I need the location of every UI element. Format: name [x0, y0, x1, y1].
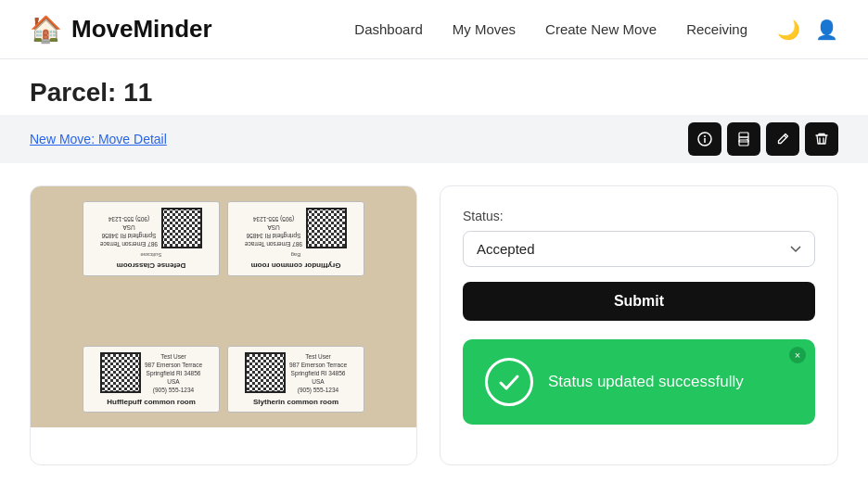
toast-close-button[interactable]: × [789, 347, 806, 363]
toast-message: Status updated successfully [548, 373, 744, 391]
label-gryffindor-sub: Bag [291, 252, 301, 258]
label-defense-address: 987 Emerson Terrace Springfield RI 34856… [100, 215, 158, 248]
info-icon [697, 132, 712, 146]
nav-dashboard[interactable]: Dashboard [354, 21, 422, 37]
status-label: Status: [463, 209, 815, 223]
status-select[interactable]: Pending Accepted In Transit Delivered Re… [463, 231, 815, 267]
qr-code-1 [161, 208, 202, 248]
trash-icon [814, 132, 829, 146]
print-button[interactable] [727, 122, 760, 156]
label-gryffindor-address: 987 Emerson Terrace Springfield RI 34856… [245, 215, 302, 248]
image-card-body [31, 427, 416, 464]
label-slytherin: Test User 987 Emerson Terrace Springfiel… [227, 346, 364, 413]
qr-code-4 [245, 352, 286, 393]
svg-point-5 [747, 139, 748, 141]
svg-rect-4 [739, 140, 748, 146]
success-toast: × Status updated successfully [463, 339, 815, 425]
label-hufflepuff: Test User 987 Emerson Terrace Springfiel… [83, 346, 220, 413]
header-icons: 🌙 👤 [777, 19, 838, 41]
svg-point-2 [704, 135, 706, 137]
label-defense-title: Defense Classroom [117, 261, 186, 270]
label-row-bottom: Test User 987 Emerson Terrace Springfiel… [83, 346, 364, 413]
parcel-image-card: Defense Classroom Suitcase 987 Emerson T… [30, 185, 417, 465]
page-title: Parcel: 11 [0, 59, 868, 115]
action-buttons [688, 122, 838, 156]
label-defense-sub: Suitcase [141, 252, 162, 258]
breadcrumb-link[interactable]: New Move: Move Detail [30, 132, 167, 146]
label-gryffindor-title: Gryffindor common room [251, 261, 341, 270]
app-header: 🏠 MoveMinder Dashboard My Moves Create N… [0, 0, 868, 59]
parcel-image: Defense Classroom Suitcase 987 Emerson T… [31, 186, 416, 427]
status-card: Status: Pending Accepted In Transit Deli… [440, 185, 838, 465]
print-icon [736, 132, 751, 146]
submit-button[interactable]: Submit [463, 282, 815, 321]
checkmark-icon [496, 369, 522, 395]
delete-button[interactable] [805, 122, 838, 156]
nav-create-new-move[interactable]: Create New Move [545, 21, 657, 37]
user-icon[interactable]: 👤 [815, 19, 838, 41]
label-hufflepuff-address: Test User 987 Emerson Terrace Springfiel… [145, 352, 202, 394]
logo-area: 🏠 MoveMinder [30, 14, 212, 44]
label-gryffindor: Gryffindor common room Bag 987 Emerson T… [227, 201, 364, 276]
logo-text: MoveMinder [71, 15, 212, 44]
edit-button[interactable] [766, 122, 799, 156]
label-hufflepuff-title: Hufflepuff common room [107, 398, 196, 406]
svg-rect-1 [704, 138, 706, 143]
label-slytherin-title: Slytherin common room [253, 398, 338, 406]
main-content: Defense Classroom Suitcase 987 Emerson T… [0, 163, 868, 483]
label-defense: Defense Classroom Suitcase 987 Emerson T… [83, 201, 220, 276]
qr-code-3 [100, 352, 141, 393]
edit-icon [775, 132, 790, 146]
nav-my-moves[interactable]: My Moves [453, 21, 516, 37]
nav-receiving[interactable]: Receiving [686, 21, 747, 37]
info-button[interactable] [688, 122, 721, 156]
svg-rect-3 [739, 133, 748, 137]
toast-check-circle [485, 358, 533, 406]
breadcrumb-bar: New Move: Move Detail [0, 115, 868, 163]
main-nav: Dashboard My Moves Create New Move Recei… [354, 21, 747, 37]
label-row-top: Defense Classroom Suitcase 987 Emerson T… [83, 201, 364, 276]
moon-icon[interactable]: 🌙 [777, 19, 800, 41]
label-slytherin-address: Test User 987 Emerson Terrace Springfiel… [289, 352, 347, 394]
qr-code-2 [306, 208, 347, 248]
logo-icon: 🏠 [30, 14, 62, 44]
